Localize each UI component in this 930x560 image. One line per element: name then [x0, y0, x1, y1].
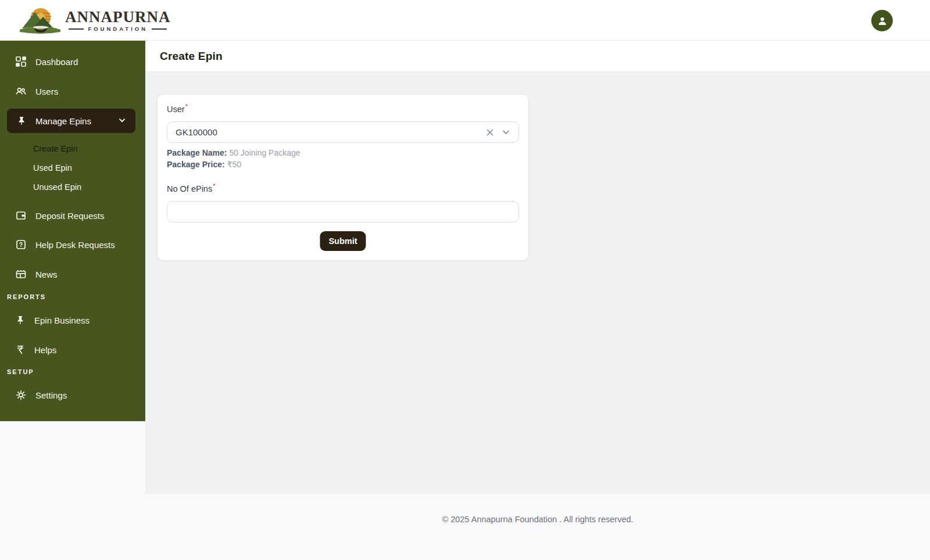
chevron-down-icon: [117, 115, 127, 125]
sidebar-item-label: Help Desk Requests: [35, 240, 115, 250]
brand-tagline-text: FOUNDATION: [88, 26, 148, 32]
tagline-rule-left: [69, 28, 84, 30]
page-title: Create Epin: [160, 50, 223, 63]
sidebar-subitem-create-epin[interactable]: Create Epin: [33, 143, 78, 155]
page-title-bar: Create Epin: [145, 41, 930, 72]
sidebar-item-epin-business[interactable]: Epin Business: [0, 311, 145, 329]
epins-count-input[interactable]: [167, 201, 519, 222]
rupee-icon: [15, 344, 26, 355]
chevron-down-icon[interactable]: [502, 128, 510, 137]
page-footer: © 2025 Annapurna Foundation . All rights…: [145, 494, 930, 560]
package-name-value: 50 Joining Package: [229, 148, 300, 157]
sidebar-subitem-label: Used Epin: [33, 163, 72, 173]
sidebar-item-label: Manage Epins: [35, 116, 91, 126]
brand-name: ANNAPURNA: [65, 9, 170, 25]
sidebar-item-label: Dashboard: [35, 57, 78, 67]
sidebar-subitem-used-epin[interactable]: Used Epin: [33, 162, 72, 174]
sidebar-item-help-desk-requests[interactable]: ? Help Desk Requests: [0, 235, 145, 254]
sidebar-subitem-unused-epin[interactable]: Unused Epin: [33, 181, 81, 193]
sidebar-item-label: News: [35, 270, 58, 279]
package-name-label: Package Name:: [167, 148, 227, 157]
sidebar-section-setup: SETUP: [7, 368, 34, 376]
clear-icon[interactable]: [486, 128, 494, 137]
top-header: ANNAPURNA FOUNDATION: [0, 0, 930, 41]
users-icon: [15, 85, 27, 97]
required-asterisk: *: [213, 182, 215, 189]
sidebar: Dashboard Users Manage Epins Create Epin: [0, 41, 145, 421]
brand-logo[interactable]: ANNAPURNA FOUNDATION: [17, 5, 170, 35]
svg-text:?: ?: [19, 242, 23, 248]
sidebar-item-news[interactable]: News: [0, 265, 145, 283]
package-price-value: ₹50: [227, 160, 241, 169]
copyright-text: © 2025 Annapurna Foundation . All rights…: [442, 515, 633, 560]
user-avatar-button[interactable]: [871, 10, 893, 31]
epins-field-label: No Of ePins*: [167, 184, 215, 193]
tagline-rule-right: [152, 28, 167, 30]
sidebar-item-settings[interactable]: Settings: [0, 386, 145, 404]
logo-emblem-icon: [17, 5, 62, 35]
brand-tagline: FOUNDATION: [69, 26, 167, 32]
user-label-text: User: [167, 105, 185, 114]
sidebar-item-label: Settings: [35, 390, 67, 400]
create-epin-form-card: User* GK100000 Package Name: 50 Joining …: [158, 95, 528, 260]
help-icon: ?: [15, 239, 27, 250]
sidebar-item-label: Users: [35, 87, 58, 96]
pin-icon: [15, 315, 26, 325]
package-price-line: Package Price: ₹50: [167, 160, 241, 169]
sidebar-item-label: Deposit Requests: [35, 211, 104, 221]
sidebar-item-label: Helps: [34, 345, 56, 355]
sidebar-subitem-label: Create Epin: [33, 144, 78, 153]
sidebar-item-dashboard[interactable]: Dashboard: [0, 52, 145, 71]
pin-icon: [16, 116, 27, 126]
user-field-label: User*: [167, 105, 188, 114]
user-select[interactable]: GK100000: [167, 121, 519, 143]
gear-icon: [15, 389, 27, 401]
epins-label-text: No Of ePins: [167, 184, 212, 193]
sidebar-item-deposit-requests[interactable]: Deposit Requests: [0, 206, 145, 225]
sidebar-subitem-label: Unused Epin: [33, 182, 81, 192]
person-icon: [877, 15, 888, 27]
wallet-icon: [15, 210, 27, 221]
package-price-label: Package Price:: [167, 160, 225, 169]
sidebar-item-manage-epins[interactable]: Manage Epins: [7, 109, 135, 133]
news-icon: [15, 268, 27, 280]
required-asterisk: *: [185, 103, 188, 110]
sidebar-item-users[interactable]: Users: [0, 82, 145, 100]
user-select-value: GK100000: [176, 127, 486, 137]
sidebar-item-label: Epin Business: [34, 315, 90, 325]
dashboard-icon: [15, 56, 27, 67]
submit-button[interactable]: Submit: [320, 231, 366, 251]
app-frame: ANNAPURNA FOUNDATION Das: [0, 0, 930, 560]
sidebar-section-reports: REPORTS: [7, 293, 46, 301]
logo-wordmark: ANNAPURNA FOUNDATION: [65, 9, 170, 32]
main-content: User* GK100000 Package Name: 50 Joining …: [145, 72, 930, 494]
sidebar-item-helps[interactable]: Helps: [0, 340, 145, 359]
package-name-line: Package Name: 50 Joining Package: [167, 148, 301, 157]
